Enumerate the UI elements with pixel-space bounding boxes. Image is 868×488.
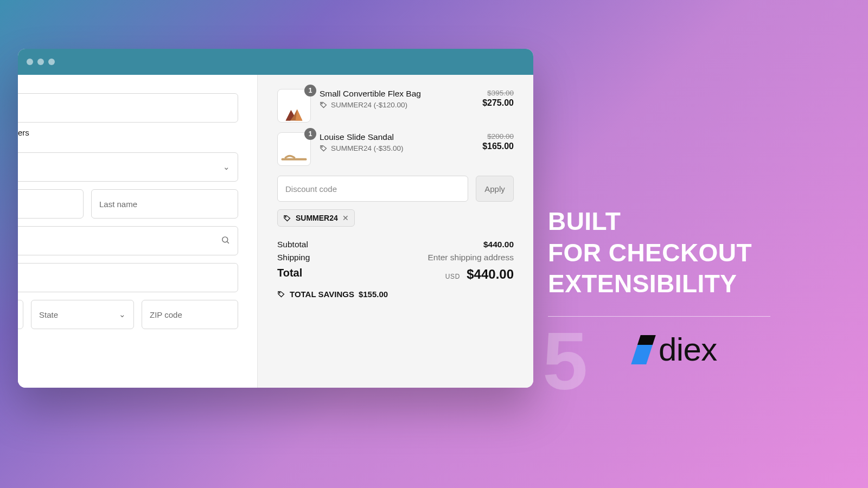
svg-point-0 xyxy=(222,237,228,242)
product-name: Louise Slide Sandal xyxy=(320,132,474,142)
savings-label: TOTAL SAVINGS xyxy=(290,290,354,299)
traffic-light-close[interactable] xyxy=(27,59,33,65)
app-window: ers ⌄ Last name ) xyxy=(18,49,533,388)
chevron-down-icon: ⌄ xyxy=(119,310,126,319)
discount-line: SUMMER24 (-$35.00) xyxy=(331,144,404,152)
savings-value: $155.00 xyxy=(359,290,388,299)
chevron-down-icon: ⌄ xyxy=(223,162,230,172)
hero-headline: BUILT FOR CHECKOUT EXTENSIBILITY xyxy=(548,206,770,328)
city-field[interactable] xyxy=(18,300,23,329)
save-info-text: xt time xyxy=(18,341,244,350)
apply-button[interactable]: Apply xyxy=(476,176,514,202)
price: $275.00 xyxy=(482,98,514,108)
checkout-form-pane: ers ⌄ Last name ) xyxy=(18,75,258,388)
discount-line: SUMMER24 (-$120.00) xyxy=(331,101,407,109)
shipping-value: Enter shipping address xyxy=(427,253,514,262)
discount-code-input[interactable]: Discount code xyxy=(277,176,468,202)
first-name-field[interactable] xyxy=(18,189,84,219)
remove-discount-icon[interactable]: ✕ xyxy=(342,214,349,222)
country-select[interactable]: ⌄ xyxy=(18,152,238,182)
state-select[interactable]: State ⌄ xyxy=(31,300,134,329)
svg-point-8 xyxy=(285,216,286,217)
svg-point-7 xyxy=(322,146,323,147)
brand-name: diex xyxy=(659,331,717,368)
svg-point-5 xyxy=(322,103,323,104)
old-price: $395.00 xyxy=(482,89,514,97)
total-currency: USD xyxy=(445,273,460,280)
cart-item: 1 Louise Slide Sandal SUMMER24 (-$35.00)… xyxy=(277,132,514,166)
discount-placeholder: Discount code xyxy=(285,184,337,194)
qty-badge: 1 xyxy=(304,128,316,140)
subtotal-label: Subtotal xyxy=(277,240,308,249)
last-name-placeholder: Last name xyxy=(99,200,137,209)
old-price: $200.00 xyxy=(482,132,514,140)
price: $165.00 xyxy=(482,142,514,151)
address-field[interactable] xyxy=(18,226,238,255)
brand-logo: diex xyxy=(636,331,717,368)
qty-badge: 1 xyxy=(304,85,316,97)
state-placeholder: State xyxy=(39,310,58,319)
email-field[interactable] xyxy=(18,93,238,123)
product-name: Small Convertible Flex Bag xyxy=(320,89,474,99)
brand-slash-icon xyxy=(631,335,656,364)
tag-icon xyxy=(320,101,328,109)
zip-placeholder: ZIP code xyxy=(150,310,182,319)
shipping-label: Shipping xyxy=(277,253,310,262)
subtotal-value: $440.00 xyxy=(483,240,514,249)
offers-text: ers xyxy=(18,128,244,137)
divider xyxy=(548,316,770,317)
apt-field[interactable]: ) xyxy=(18,263,238,292)
tag-icon xyxy=(320,144,328,152)
total-value: $440.00 xyxy=(467,267,514,281)
last-name-field[interactable]: Last name xyxy=(91,189,238,219)
chip-code: SUMMER24 xyxy=(296,214,338,222)
svg-line-1 xyxy=(227,242,229,243)
traffic-light-min[interactable] xyxy=(37,59,44,65)
cart-item: 1 Small Convertible Flex Bag SUMMER24 (-… xyxy=(277,89,514,123)
watermark-number: 5 xyxy=(542,314,588,408)
applied-discount-chip: SUMMER24 ✕ xyxy=(277,209,355,227)
search-icon xyxy=(221,235,230,246)
tag-icon xyxy=(277,290,285,298)
total-label: Total xyxy=(277,267,302,282)
order-summary-pane: 1 Small Convertible Flex Bag SUMMER24 (-… xyxy=(258,75,533,388)
zip-field[interactable]: ZIP code xyxy=(142,300,238,329)
traffic-light-max[interactable] xyxy=(48,59,55,65)
svg-point-9 xyxy=(279,292,280,293)
titlebar xyxy=(18,49,533,75)
tag-icon xyxy=(283,214,291,222)
